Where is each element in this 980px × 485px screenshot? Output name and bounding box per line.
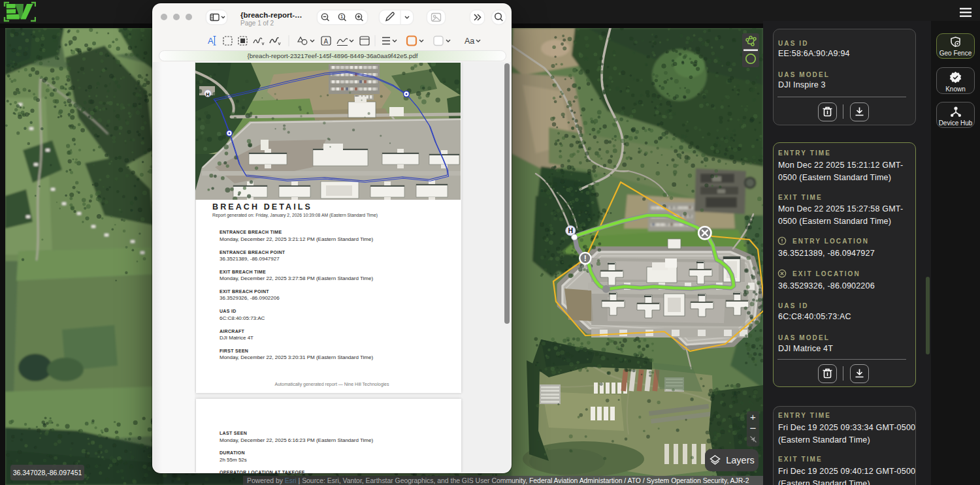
svg-text:A: A [208, 36, 214, 46]
svg-text:!: ! [584, 254, 587, 263]
svg-text:1: 1 [340, 14, 343, 19]
svg-text:H: H [568, 227, 574, 234]
svg-text:Aa: Aa [465, 37, 474, 46]
svg-text:A: A [324, 37, 329, 44]
svg-text:H: H [206, 91, 210, 97]
